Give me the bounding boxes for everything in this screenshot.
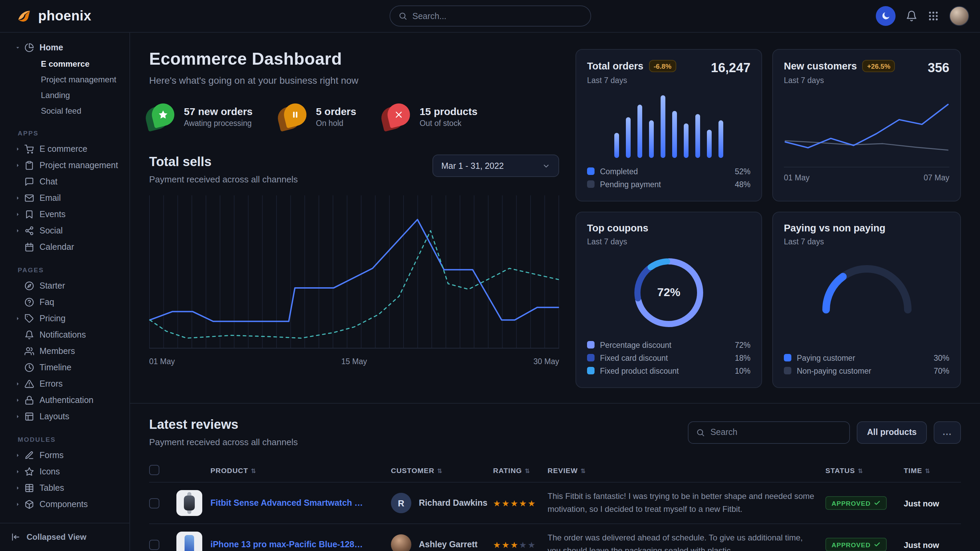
sidebar-item-label: Chat: [40, 177, 57, 186]
sidebar-subitem-label: Landing: [41, 90, 70, 100]
sidebar-item-project-management[interactable]: Project management: [5, 157, 124, 173]
star-icon: ★: [511, 499, 519, 508]
sidebar-item-landing[interactable]: Landing: [5, 87, 124, 103]
sidebar-item-e-commerce[interactable]: E commerce: [5, 141, 124, 157]
product-link[interactable]: iPhone 13 pro max-Pacific Blue-128GB sto…: [210, 540, 364, 549]
sidebar-subitem-label: Project management: [41, 75, 116, 84]
star-fill-badge: [150, 101, 177, 128]
stat-awating-processing: 57 new ordersAwating processing: [149, 103, 253, 129]
sidebar-section-label: PAGES: [5, 266, 124, 274]
sidebar-item-faq[interactable]: Faq: [5, 294, 124, 310]
sidebar-item-events[interactable]: Events: [5, 206, 124, 222]
legend-label: Non-paying customer: [797, 367, 871, 375]
collapsed-view-label: Collapsed View: [27, 532, 86, 542]
legend-label: Paying customer: [797, 354, 855, 362]
column-header-rating[interactable]: RATING⇅: [493, 458, 547, 482]
reviews-subtitle: Payment received across all channels: [149, 437, 298, 447]
column-header-time[interactable]: TIME⇅: [904, 458, 961, 482]
sidebar-item-starter[interactable]: Starter: [5, 278, 124, 294]
search-icon: [398, 11, 407, 21]
row-checkbox[interactable]: [149, 498, 159, 508]
reviews-search[interactable]: [688, 421, 850, 443]
notifications-button[interactable]: [906, 10, 917, 22]
sidebar-item-project-management[interactable]: Project management: [5, 71, 124, 87]
main-content: Ecommerce Dashboard Here's what's going …: [130, 33, 980, 551]
caret-right-icon: [15, 146, 21, 152]
review-text: The order was delivered ahead of schedul…: [547, 532, 816, 551]
select-all-checkbox[interactable]: [149, 465, 159, 475]
card-title: New customers: [784, 60, 857, 71]
stat-value: 57 new orders: [184, 105, 253, 117]
sidebar-item-calendar[interactable]: Calendar: [5, 239, 124, 255]
column-header-customer[interactable]: CUSTOMER⇅: [391, 458, 493, 482]
stat-value: 5 orders: [316, 105, 356, 117]
card-period: Last 7 days: [784, 76, 895, 84]
sidebar-item-chat[interactable]: Chat: [5, 173, 124, 190]
date-range-select[interactable]: Mar 1 - 31, 2022: [433, 154, 559, 177]
sidebar-item-label: Faq: [40, 297, 54, 307]
sidebar-item-notifications[interactable]: Notifications: [5, 327, 124, 343]
status-label: APPROVED: [832, 541, 871, 549]
sort-icon: ⇅: [925, 467, 930, 474]
row-checkbox[interactable]: [149, 540, 159, 549]
sidebar-item-icons[interactable]: Icons: [5, 464, 124, 480]
more-actions-button[interactable]: ...: [934, 421, 961, 443]
legend-bullet: [587, 341, 595, 348]
product-link[interactable]: Fitbit Sense Advanced Smartwatch with To…: [210, 498, 364, 508]
brand[interactable]: phoenix: [15, 7, 91, 25]
column-header-review[interactable]: REVIEW⇅: [547, 458, 826, 482]
sidebar-item-social-feed[interactable]: Social feed: [5, 103, 124, 118]
column-header-status[interactable]: STATUS⇅: [826, 458, 904, 482]
global-search[interactable]: [389, 5, 591, 27]
page-subtitle: Here's what's going on at your business …: [149, 75, 559, 86]
sidebar-item-errors[interactable]: Errors: [5, 376, 124, 392]
legend-bullet: [587, 367, 595, 374]
sidebar-item-tables[interactable]: Tables: [5, 480, 124, 496]
bell-icon: [24, 330, 34, 340]
reviews-search-input[interactable]: [710, 427, 842, 437]
brand-name: phoenix: [38, 8, 91, 24]
apps-menu-button[interactable]: [928, 10, 939, 22]
edit-icon: [24, 451, 34, 460]
change-badge: -6.8%: [649, 60, 676, 72]
theme-toggle-button[interactable]: [876, 6, 896, 26]
sidebar-item-home[interactable]: Home: [5, 40, 124, 56]
total-orders-card: Total orders -6.8% Last 7 days 16,247 Co…: [576, 49, 762, 202]
sidebar-item-layouts[interactable]: Layouts: [5, 408, 124, 425]
sidebar-item-pricing[interactable]: Pricing: [5, 310, 124, 327]
share-icon: [24, 226, 34, 235]
help-icon: [24, 297, 34, 307]
x-axis-label: 07 May: [924, 173, 949, 182]
customer-cell: RRichard Dawkins: [391, 493, 488, 513]
sidebar-item-e-commerce[interactable]: E commerce: [5, 56, 124, 71]
lock-icon: [24, 395, 34, 405]
star-icon: ★: [493, 499, 501, 508]
column-header-product[interactable]: PRODUCT⇅: [177, 458, 391, 482]
sidebar-item-components[interactable]: Components: [5, 496, 124, 513]
legend-label: Percentage discount: [600, 341, 671, 349]
sidebar-item-email[interactable]: Email: [5, 190, 124, 206]
legend-bullet: [784, 367, 791, 374]
sidebar-item-timeline[interactable]: Timeline: [5, 359, 124, 376]
sidebar-item-label: E commerce: [40, 144, 87, 154]
status-badge: APPROVED: [826, 538, 887, 551]
users-icon: [24, 346, 34, 356]
sidebar-item-forms[interactable]: Forms: [5, 447, 124, 464]
legend-label: Completed: [600, 167, 638, 175]
global-search-input[interactable]: [412, 11, 582, 21]
stat-caption: On hold: [316, 119, 356, 127]
user-avatar[interactable]: [949, 6, 969, 26]
sidebar-item-authentication[interactable]: Authentication: [5, 392, 124, 408]
legend-value: 48%: [735, 180, 751, 188]
bookmark-icon: [24, 210, 34, 219]
top-coupons-card: Top coupons Last 7 days 72% Percentage d…: [576, 212, 762, 388]
all-products-button[interactable]: All products: [857, 421, 927, 443]
sidebar-item-social[interactable]: Social: [5, 222, 124, 239]
top-navbar: phoenix: [0, 0, 980, 33]
stat-text: 15 productsOut of stock: [420, 105, 477, 127]
column-label: CUSTOMER: [391, 466, 434, 474]
legend-item: Non-paying customer70%: [784, 364, 949, 377]
sidebar-item-members[interactable]: Members: [5, 343, 124, 359]
collapsed-view-button[interactable]: Collapsed View: [0, 522, 129, 551]
sidebar-item-label: Starter: [40, 281, 65, 291]
